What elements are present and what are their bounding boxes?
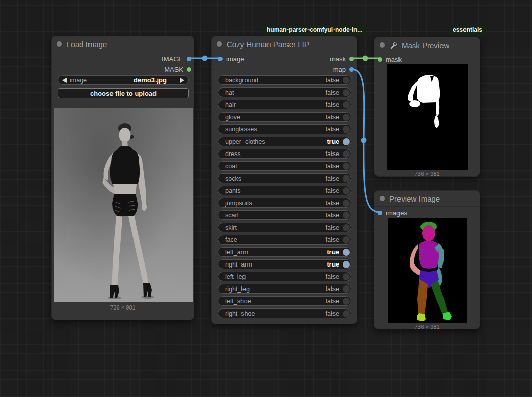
toggle-label: upper_clothes — [225, 138, 265, 145]
input-dot-image[interactable] — [218, 57, 223, 61]
toggle-knob-icon[interactable] — [343, 261, 350, 268]
collapse-dot-icon[interactable] — [57, 41, 62, 47]
node-load-image-header[interactable]: Load Image — [52, 36, 194, 52]
node-mask-preview-header[interactable]: Mask Preview — [374, 37, 480, 53]
collapse-dot-icon[interactable] — [217, 41, 222, 47]
wire-map-midpoint-dot — [361, 138, 367, 143]
toggle-label: dress — [225, 150, 241, 158]
toggle-value: false — [326, 298, 339, 305]
toggle-value: false — [326, 114, 339, 121]
collapse-dot-icon[interactable] — [380, 42, 385, 48]
toggle-value: false — [326, 101, 339, 108]
toggle-row-face[interactable]: facefalse — [218, 235, 351, 245]
node-preview-image[interactable]: Preview Image images 736 × 981 — [374, 190, 480, 329]
output-label: MASK — [164, 65, 183, 73]
toggle-row-upper_clothes[interactable]: upper_clothestrue — [218, 137, 351, 146]
loaded-image-preview — [54, 108, 193, 302]
output-dot-mask[interactable] — [187, 67, 191, 72]
input-dot-images[interactable] — [378, 211, 382, 215]
output-dot-mask[interactable] — [349, 57, 354, 61]
toggle-row-right_leg[interactable]: right_legfalse — [218, 284, 351, 294]
node-parser-header[interactable]: Cozy Human Parser LIP — [212, 36, 357, 52]
combo-next-arrow-icon[interactable] — [180, 78, 184, 83]
toggle-label: pants — [225, 187, 241, 194]
graph-canvas[interactable]: human-parser-comfyui-node-in... essentia… — [0, 0, 532, 397]
toggle-label: glove — [225, 114, 240, 121]
toggle-row-right_arm[interactable]: right_armtrue — [218, 259, 351, 269]
toggle-label: right_leg — [225, 285, 250, 293]
toggle-value: false — [326, 212, 339, 219]
toggle-value: false — [326, 273, 339, 280]
toggle-row-glove[interactable]: glovefalse — [218, 112, 351, 122]
toggle-knob-icon[interactable] — [343, 187, 350, 194]
toggle-label: right_arm — [225, 261, 252, 268]
output-slot-mask[interactable]: MASK — [164, 64, 191, 74]
choose-file-button[interactable]: choose file to upload — [58, 88, 189, 98]
toggle-row-scarf[interactable]: scarffalse — [218, 210, 351, 220]
image-dimensions: 736 × 981 — [374, 171, 480, 177]
toggle-row-sunglasses[interactable]: sunglassesfalse — [218, 124, 351, 134]
toggle-row-skirt[interactable]: skirtfalse — [218, 223, 351, 232]
node-mask-preview[interactable]: Mask Preview mask 736 × 981 — [374, 37, 480, 177]
image-dimensions: 736 × 981 — [52, 304, 194, 311]
input-label: image — [226, 55, 244, 63]
image-combo-widget[interactable]: image demo3.jpg — [58, 75, 189, 85]
toggle-row-coat[interactable]: coatfalse — [218, 161, 351, 171]
toggle-value: true — [327, 138, 339, 145]
node-preview-image-header[interactable]: Preview Image — [374, 191, 480, 207]
toggle-knob-icon[interactable] — [343, 138, 350, 145]
wire-mask-midpoint-dot — [363, 56, 368, 61]
node-title: Mask Preview — [402, 41, 449, 50]
output-label: IMAGE — [162, 55, 183, 63]
toggle-knob-icon[interactable] — [343, 77, 350, 84]
input-slot-image[interactable]: image — [218, 54, 244, 64]
output-dot-image[interactable] — [187, 57, 191, 61]
toggle-row-dress[interactable]: dressfalse — [218, 149, 351, 159]
toggle-row-left_arm[interactable]: left_armtrue — [218, 247, 351, 257]
toggle-label: hat — [225, 89, 234, 96]
combo-prev-arrow-icon[interactable] — [62, 78, 66, 83]
node-load-image[interactable]: Load Image IMAGE MASK image demo3.jpg ch… — [51, 36, 194, 320]
toggle-knob-icon[interactable] — [343, 273, 350, 280]
toggle-knob-icon[interactable] — [343, 101, 350, 108]
output-dot-map[interactable] — [349, 67, 354, 72]
toggle-knob-icon[interactable] — [343, 200, 350, 207]
output-slot-image[interactable]: IMAGE — [162, 54, 191, 64]
toggle-knob-icon[interactable] — [343, 236, 350, 244]
toggle-knob-icon[interactable] — [343, 285, 350, 293]
collapse-dot-icon[interactable] — [380, 196, 385, 201]
node-cozy-human-parser[interactable]: Cozy Human Parser LIP image mask map bac… — [211, 36, 357, 324]
toggle-knob-icon[interactable] — [343, 212, 350, 219]
toggle-row-left_shoe[interactable]: left_shoefalse — [218, 296, 351, 306]
toggle-value: false — [326, 175, 339, 182]
toggle-value: true — [327, 261, 339, 268]
toggle-row-jumpsuits[interactable]: jumpsuitsfalse — [218, 198, 351, 208]
toggle-knob-icon[interactable] — [343, 249, 350, 256]
toggle-knob-icon[interactable] — [343, 89, 350, 96]
toggle-label: coat — [225, 163, 237, 170]
image-dimensions: 736 × 981 — [374, 324, 480, 330]
toggle-knob-icon[interactable] — [343, 163, 350, 170]
input-slot-mask[interactable]: mask — [378, 54, 402, 64]
toggle-row-hair[interactable]: hairfalse — [218, 100, 351, 109]
toggle-row-background[interactable]: backgroundfalse — [218, 75, 351, 85]
output-slot-mask[interactable]: mask — [330, 54, 354, 64]
combo-value: demo3.jpg — [134, 76, 167, 84]
input-slot-images[interactable]: images — [378, 208, 407, 218]
toggle-row-right_shoe[interactable]: right_shoefalse — [218, 308, 351, 318]
toggle-knob-icon[interactable] — [343, 224, 350, 231]
toggle-row-socks[interactable]: socksfalse — [218, 173, 351, 183]
toggle-knob-icon[interactable] — [343, 150, 350, 158]
input-dot-mask[interactable] — [378, 57, 382, 62]
mask-image-preview — [387, 64, 468, 170]
toggle-knob-icon[interactable] — [343, 175, 350, 182]
toggle-knob-icon[interactable] — [343, 126, 350, 133]
toggle-knob-icon[interactable] — [343, 114, 350, 121]
node-title: Cozy Human Parser LIP — [227, 40, 309, 49]
output-slot-map[interactable]: map — [333, 64, 354, 74]
toggle-knob-icon[interactable] — [343, 310, 350, 317]
toggle-row-hat[interactable]: hatfalse — [218, 87, 351, 97]
toggle-row-left_leg[interactable]: left_legfalse — [218, 272, 351, 281]
toggle-row-pants[interactable]: pantsfalse — [218, 186, 351, 195]
toggle-knob-icon[interactable] — [343, 298, 350, 305]
